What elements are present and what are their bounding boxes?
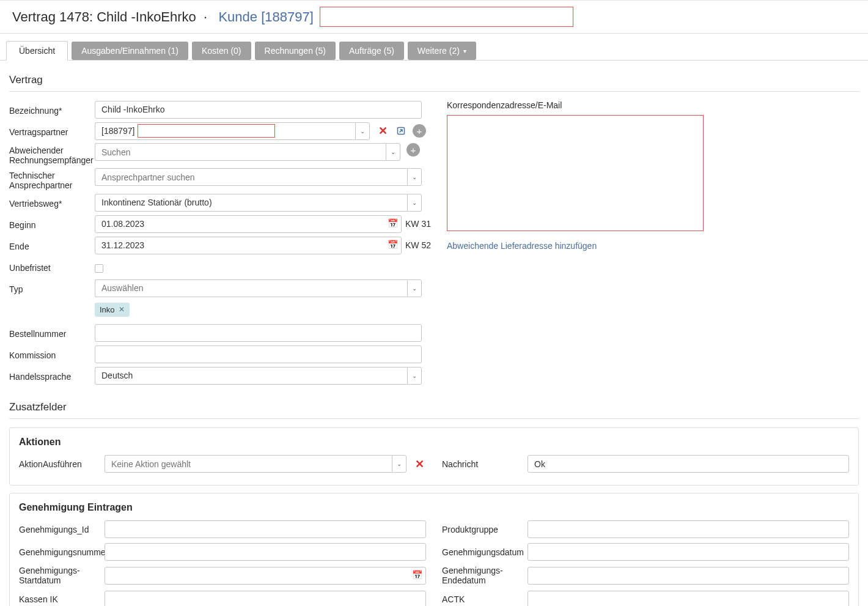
- label-gendatum: Genehmigungsdatum: [442, 547, 528, 557]
- page-header: Vertrag 1478: Child -InkoEhrko · Kunde […: [0, 0, 868, 34]
- label-ende: Ende: [9, 239, 95, 251]
- handelssprache-dropdown-button[interactable]: ⌄: [407, 367, 422, 385]
- input-genid[interactable]: [105, 520, 426, 538]
- label-genstart: Genehmigungs-Startdatum: [19, 566, 105, 585]
- label-actk: ACTK: [442, 594, 528, 604]
- tab-orders[interactable]: Aufträge (5): [339, 42, 404, 60]
- tab-overview-label: Übersicht: [19, 46, 55, 56]
- add-vertragspartner-button[interactable]: +: [413, 124, 426, 138]
- correspondence-heading: Korrespondenzadresse/E-Mail: [447, 100, 859, 110]
- label-ansprechpartner: Technischer Ansprechpartner: [9, 168, 95, 190]
- beginn-kw: KW 31: [405, 219, 431, 229]
- label-beginn: Beginn: [9, 218, 95, 230]
- input-genstart[interactable]: [105, 567, 426, 585]
- correspondence-highlight-box: [447, 115, 704, 231]
- tab-costs-label: Kosten (0): [202, 46, 241, 56]
- tab-overview[interactable]: Übersicht: [6, 41, 68, 61]
- label-gennummer: Genehmigungsnummer: [19, 547, 105, 557]
- open-vertragspartner-button[interactable]: [394, 124, 408, 138]
- label-genende: Genehmigungs-Endedatum: [442, 566, 528, 585]
- label-kassenik: Kassen IK: [19, 594, 105, 604]
- aktionen-title: Aktionen: [19, 437, 849, 448]
- vertragspartner-id: [188797]: [101, 126, 135, 136]
- genehmigung-title: Genehmigung Eintragen: [19, 502, 849, 513]
- input-nachricht[interactable]: [528, 455, 849, 473]
- label-vertragspartner: Vertragspartner: [9, 125, 95, 137]
- label-produktgruppe: Produktgruppe: [442, 525, 528, 534]
- tag-inko-label: Inko: [100, 305, 115, 314]
- customer-link[interactable]: Kunde [188797]: [218, 9, 313, 25]
- label-handelssprache: Handelssprache: [9, 369, 95, 382]
- header-highlight-box: [320, 7, 573, 27]
- checkbox-unbefristet[interactable]: [95, 264, 103, 273]
- label-kommission: Kommission: [9, 348, 95, 360]
- tab-more-label: Weitere (2): [417, 46, 460, 56]
- typ-dropdown-button[interactable]: ⌄: [407, 279, 422, 297]
- label-vertriebsweg: Vertriebsweg*: [9, 196, 95, 209]
- label-nachricht: Nachricht: [442, 459, 528, 469]
- label-bestellnummer: Bestellnummer: [9, 327, 95, 339]
- section-extra-title: Zusatzfelder: [9, 388, 859, 419]
- add-delivery-address-link[interactable]: Abweichende Lieferadresse hinzufügen: [447, 241, 597, 251]
- input-bezeichnung[interactable]: [95, 101, 422, 119]
- tab-invoices-label: Rechnungen (5): [265, 46, 326, 56]
- page-title: Vertrag 1478: Child -InkoEhrko ·: [12, 9, 215, 25]
- tag-inko-remove[interactable]: ✕: [119, 305, 125, 314]
- input-handelssprache[interactable]: [95, 367, 407, 385]
- label-typ: Typ: [9, 282, 95, 294]
- input-beginn[interactable]: [95, 215, 402, 233]
- tab-invoices[interactable]: Rechnungen (5): [255, 42, 336, 60]
- input-vertragspartner[interactable]: [188797]: [95, 122, 355, 140]
- input-bestellnummer[interactable]: [95, 324, 422, 342]
- vertriebsweg-dropdown-button[interactable]: ⌄: [407, 194, 422, 212]
- section-contract-title: Vertrag: [9, 61, 859, 92]
- input-actk[interactable]: [528, 591, 849, 606]
- label-aktion-ausfuehren: AktionAusführen: [19, 459, 105, 469]
- clear-aktion-button[interactable]: ✕: [413, 457, 426, 471]
- input-kommission[interactable]: [95, 345, 422, 363]
- aktion-dropdown-button[interactable]: ⌄: [392, 455, 406, 473]
- label-rechnungsempfaenger: Abweichender Rechnungsempfänger: [9, 143, 95, 165]
- input-ansprechpartner[interactable]: [95, 168, 407, 186]
- tab-expenses[interactable]: Ausgaben/Einnahmen (1): [72, 42, 188, 60]
- tag-inko: Inko ✕: [95, 303, 130, 317]
- tab-costs[interactable]: Kosten (0): [192, 42, 251, 60]
- input-rechnungsempfaenger[interactable]: [95, 143, 386, 161]
- input-kassenik[interactable]: [105, 591, 426, 606]
- vertragspartner-highlight-box: [138, 124, 275, 138]
- chevron-down-icon: ▾: [463, 48, 466, 54]
- tab-bar: Übersicht Ausgaben/Einnahmen (1) Kosten …: [0, 34, 868, 61]
- label-bezeichnung: Bezeichnung*: [9, 103, 95, 116]
- add-rechnungsempfaenger-button[interactable]: +: [406, 143, 420, 157]
- tab-orders-label: Aufträge (5): [349, 46, 394, 56]
- rechnungsempfaenger-dropdown-button[interactable]: ⌄: [386, 143, 400, 161]
- tab-expenses-label: Ausgaben/Einnahmen (1): [81, 46, 178, 56]
- ende-kw: KW 52: [405, 240, 431, 250]
- tab-more[interactable]: Weitere (2) ▾: [408, 42, 476, 60]
- ansprechpartner-dropdown-button[interactable]: ⌄: [407, 168, 422, 186]
- genehmigung-panel: Genehmigung Eintragen Genehmigungs_Id Pr…: [9, 493, 859, 606]
- input-genende[interactable]: [528, 567, 849, 585]
- clear-vertragspartner-button[interactable]: ✕: [376, 124, 389, 138]
- input-vertriebsweg[interactable]: [95, 194, 407, 212]
- input-typ[interactable]: [95, 279, 407, 297]
- label-unbefristet: Unbefristet: [9, 261, 95, 273]
- input-gennummer[interactable]: [105, 543, 426, 561]
- aktionen-panel: Aktionen AktionAusführen ⌄ ✕ Nachricht: [9, 427, 859, 486]
- vertragspartner-dropdown-button[interactable]: ⌄: [355, 122, 370, 140]
- input-aktion-ausfuehren[interactable]: [105, 455, 392, 473]
- input-gendatum[interactable]: [528, 543, 849, 561]
- input-ende[interactable]: [95, 237, 402, 254]
- input-produktgruppe[interactable]: [528, 520, 849, 538]
- label-genid: Genehmigungs_Id: [19, 525, 105, 534]
